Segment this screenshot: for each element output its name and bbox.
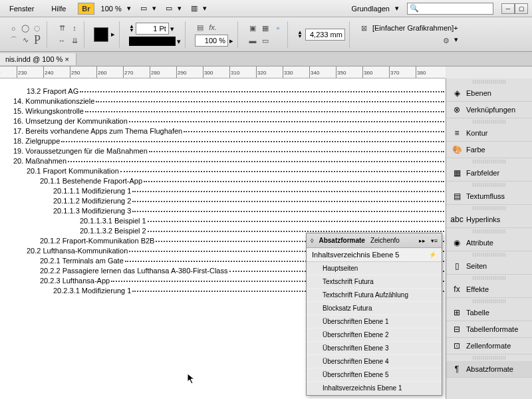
tool-group-shapes: ○ ◯ ◌ ⌒ ∿ P bbox=[4, 21, 47, 48]
tab-absatzformate[interactable]: Absatzformate bbox=[319, 237, 364, 244]
style-item[interactable]: Inhaltsverzeichnis Ebene 1 bbox=[307, 382, 442, 395]
toc-entry[interactable]: 20.1.1.2 Modifizierung 2 bbox=[53, 197, 446, 205]
menu-hilfe[interactable]: Hilfe bbox=[46, 3, 71, 15]
toc-entry[interactable]: 20.1.1.3 Modifizierung 3 bbox=[53, 207, 446, 215]
letter-p-icon[interactable]: P bbox=[32, 35, 43, 46]
style-item[interactable]: Überschriften Ebene 1 bbox=[307, 315, 442, 329]
tool-group-wrap: ▣ ▦ ▫ ▬ ▭ bbox=[243, 21, 288, 48]
toc-entry[interactable]: 16. Umsetzung der Kommunikation bbox=[13, 117, 446, 125]
frame-icon[interactable]: ⊠ bbox=[359, 23, 370, 33]
paragraph-styles-panel[interactable]: ◊ Absatzformate Zeichenfo ▸▸ ▾≡ Inhaltsv… bbox=[306, 233, 442, 396]
panel-farbe[interactable]: 🎨Farbe bbox=[446, 142, 532, 158]
align1-icon[interactable]: ⇈ bbox=[57, 23, 67, 33]
toc-entry[interactable]: 18. Zielgruppe bbox=[13, 137, 446, 145]
tool-group-mm: ▲▼ 4,233 mm bbox=[293, 21, 350, 48]
toc-entry[interactable]: 20.1 Fraport Kommunikation bbox=[27, 167, 446, 175]
toc-entry[interactable]: 20. Maßnahmen bbox=[13, 157, 446, 165]
panel-hyperlinks[interactable]: abcHyperlinks bbox=[446, 211, 532, 228]
stroke-style[interactable] bbox=[129, 37, 176, 46]
panel-kontur[interactable]: ≡Kontur bbox=[446, 125, 532, 142]
opacity-icon[interactable]: ▤ bbox=[195, 22, 205, 33]
mm-value[interactable]: 4,233 mm bbox=[305, 29, 345, 41]
panel-seiten[interactable]: ▯Seiten bbox=[446, 258, 532, 275]
panel-tabellenformate[interactable]: ⊟Tabellenformate bbox=[446, 321, 532, 338]
style-item[interactable]: Textschrift Futura bbox=[307, 275, 442, 289]
selected-style[interactable]: Inhaltsverzeichnis Ebene 5 ⚡ bbox=[307, 248, 442, 262]
toc-entry[interactable]: 17. Bereits vorhandene Apps zum Thema Fl… bbox=[13, 127, 446, 135]
style-item[interactable]: Überschriften Ebene 4 bbox=[307, 355, 442, 368]
ebenen-icon: ◈ bbox=[452, 88, 462, 98]
wrap4-icon[interactable]: ▬ bbox=[247, 35, 258, 46]
right-panel: ◈Ebenen⊗Verknüpfungen≡Kontur🎨Farbe▦Farbf… bbox=[446, 78, 532, 399]
style-item[interactable]: Überschriften Ebene 5 bbox=[307, 368, 442, 382]
circle-icon[interactable]: ◌ bbox=[32, 23, 43, 34]
wrap1-icon[interactable]: ▣ bbox=[247, 23, 258, 33]
effekte-icon: fx bbox=[452, 284, 462, 295]
farbe-icon: 🎨 bbox=[452, 144, 462, 155]
gear-icon[interactable]: ⚙ bbox=[441, 35, 452, 46]
bezier-icon[interactable]: ∿ bbox=[20, 35, 31, 46]
collapse-icon[interactable]: ▸▸ bbox=[419, 237, 426, 244]
maximize-button[interactable]: ▢ bbox=[515, 3, 528, 14]
panel-menu-icon[interactable]: ▾≡ bbox=[431, 237, 438, 244]
toc-entry[interactable]: 20.1.1.1 Modifizierung 1 bbox=[53, 187, 446, 195]
fill-swatch[interactable] bbox=[94, 27, 108, 42]
curve-icon[interactable]: ⌒ bbox=[8, 35, 19, 46]
wrap5-icon[interactable]: ▭ bbox=[260, 35, 271, 46]
kontur-icon: ≡ bbox=[452, 128, 462, 138]
align2-icon[interactable]: ↕ bbox=[69, 23, 80, 33]
panel-ebenen[interactable]: ◈Ebenen bbox=[446, 85, 532, 102]
attribute-icon: ◉ bbox=[452, 237, 462, 248]
minimize-button[interactable]: ─ bbox=[501, 3, 515, 14]
search-icon: 🔍 bbox=[410, 4, 419, 13]
styles-list: HauptseitenTextschrift FuturaTextschrift… bbox=[307, 262, 442, 395]
stroke-weight[interactable]: 1 Pt bbox=[136, 23, 169, 35]
panel-zellenformate[interactable]: ⊡Zellenformate bbox=[446, 338, 532, 354]
panel-tabelle[interactable]: ⊞Tabelle bbox=[446, 305, 532, 321]
verknüpfungen-icon: ⊗ bbox=[452, 104, 462, 115]
toolbar: ○ ◯ ◌ ⌒ ∿ P ⇈ ↕ ↔ ⇊ ▸ ▲▼ 1 Pt ▾ ▾ bbox=[0, 17, 532, 52]
fx-icon[interactable]: fx. bbox=[207, 22, 218, 33]
frame-label[interactable]: [Einfacher Grafikrahmen]+ bbox=[372, 24, 458, 32]
menu-fenster[interactable]: Fenster bbox=[4, 3, 39, 15]
ellipse-icon[interactable]: ○ bbox=[8, 23, 19, 34]
tab-zeichenformate[interactable]: Zeichenfo bbox=[370, 237, 400, 244]
zellenformate-icon: ⊡ bbox=[452, 340, 462, 351]
opacity-value[interactable]: 100 % bbox=[195, 35, 228, 47]
bridge-icon[interactable]: Br bbox=[78, 3, 94, 15]
mm-stepper[interactable]: ▲▼ bbox=[297, 31, 303, 39]
ellipse2-icon[interactable]: ◯ bbox=[20, 23, 31, 34]
style-item[interactable]: Überschriften Ebene 3 bbox=[307, 342, 442, 355]
toc-entry[interactable]: 20.1.1 Bestehende Fraport-App bbox=[40, 177, 446, 185]
panel-absatzformate[interactable]: ¶Absatzformate bbox=[446, 361, 532, 378]
pt-stepper[interactable]: ▲▼ bbox=[129, 25, 134, 33]
toc-entry[interactable]: 14. Kommunikationsziele bbox=[13, 97, 446, 105]
view-mode-3[interactable]: ▥▾ bbox=[191, 4, 209, 13]
wrap3-icon[interactable]: ▫ bbox=[273, 23, 283, 33]
view-mode-2[interactable]: ▭▾ bbox=[166, 4, 184, 13]
align4-icon[interactable]: ⇊ bbox=[69, 35, 80, 46]
toc-entry[interactable]: 20.1.1.3.1 Beispiel 1 bbox=[80, 217, 446, 225]
tab-active[interactable]: nis.indd @ 100 % × bbox=[0, 53, 76, 65]
toc-entry[interactable]: 19. Voraussetzungen für die Maßnahmen bbox=[13, 147, 446, 155]
align3-icon[interactable]: ↔ bbox=[57, 35, 67, 46]
style-item[interactable]: Blocksatz Futura bbox=[307, 302, 442, 315]
panel-attribute[interactable]: ◉Attribute bbox=[446, 235, 532, 251]
sort-icon[interactable]: ◊ bbox=[311, 237, 313, 244]
tool-group-frame: ⊠ [Einfacher Grafikrahmen]+ ⚙ ▾ bbox=[355, 21, 462, 48]
view-mode-1[interactable]: ▭▾ bbox=[140, 4, 159, 13]
fill-dropdown[interactable]: ▸ bbox=[111, 30, 115, 39]
toc-entry[interactable]: 15. Wirkungskontrolle bbox=[13, 107, 446, 115]
zoom-level[interactable]: 100 %▾ bbox=[101, 4, 134, 13]
panel-verknüpfungen[interactable]: ⊗Verknüpfungen bbox=[446, 102, 532, 118]
search-input[interactable]: 🔍 bbox=[407, 3, 493, 15]
wrap2-icon[interactable]: ▦ bbox=[260, 23, 271, 33]
toc-entry[interactable]: 13.2 Fraport AG bbox=[27, 87, 446, 95]
panel-effekte[interactable]: fxEffekte bbox=[446, 281, 532, 298]
panel-farbfelder[interactable]: ▦Farbfelder bbox=[446, 165, 532, 182]
style-item[interactable]: Textschrift Futura Aufzählung bbox=[307, 289, 442, 302]
style-item[interactable]: Hauptseiten bbox=[307, 262, 442, 275]
panel-textumfluss[interactable]: ▤Textumfluss bbox=[446, 188, 532, 205]
style-item[interactable]: Überschriften Ebene 2 bbox=[307, 329, 442, 342]
workspace-switcher[interactable]: Grundlagen ▾ bbox=[352, 4, 402, 13]
